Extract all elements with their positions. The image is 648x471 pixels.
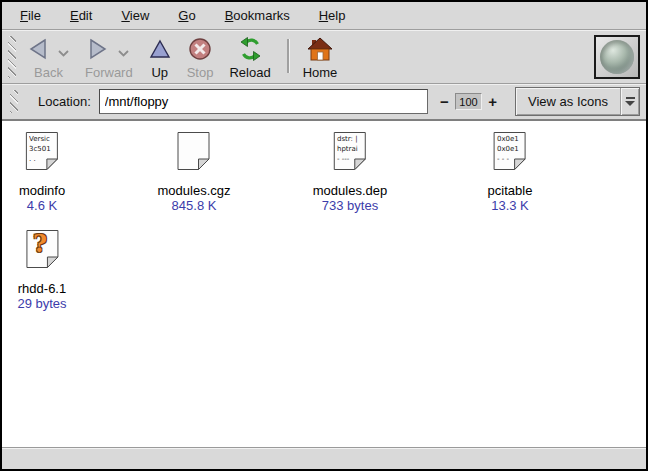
file-name: modinfo (19, 183, 65, 198)
icon-preview-line: . . (29, 154, 53, 164)
view-mode-select[interactable]: View as Icons (515, 87, 640, 116)
file-item-modinfo[interactable]: Versic 3c501 . . modinfo 4.6 K (19, 131, 65, 213)
file-view: Versic 3c501 . . modinfo 4.6 K modules.c… (2, 120, 646, 447)
file-name: modules.dep (313, 183, 387, 198)
menu-file[interactable]: File (10, 3, 51, 28)
home-button[interactable]: Home (297, 33, 344, 81)
unknown-file-question-icon: ? (25, 229, 59, 269)
back-dropdown-chevron-icon[interactable] (58, 50, 69, 57)
icon-preview-line: Versic (29, 134, 53, 144)
file-size: 13.3 K (488, 198, 533, 213)
back-button[interactable]: Back (22, 33, 75, 81)
menu-edit[interactable]: Edit (60, 3, 102, 28)
menu-bookmarks[interactable]: Bookmarks (215, 3, 300, 28)
menu-view[interactable]: View (111, 3, 159, 28)
file-item-modules-dep[interactable]: dstr: | hptrai - --- modules.dep 733 byt… (313, 131, 387, 213)
throbber-sphere-icon (600, 40, 634, 74)
home-label: Home (303, 65, 338, 80)
stop-button[interactable]: Stop (181, 33, 220, 81)
zoom-out-button[interactable]: − (436, 93, 453, 110)
file-size: 29 bytes (17, 296, 66, 311)
zoom-level-indicator: 100 (455, 93, 483, 110)
file-manager-window: File Edit View Go Bookmarks Help Back (0, 0, 648, 471)
back-label: Back (34, 65, 63, 80)
location-label: Location: (38, 94, 91, 109)
question-mark-glyph: ? (25, 229, 55, 258)
text-file-icon: dstr: | hptrai - --- (333, 131, 367, 171)
back-arrow-icon (28, 38, 48, 60)
file-size: 4.6 K (19, 198, 65, 213)
menu-help[interactable]: Help (309, 3, 356, 28)
view-mode-label: View as Icons (516, 88, 620, 115)
icon-preview-line: hptrai (337, 144, 361, 154)
file-size: 733 bytes (313, 198, 387, 213)
file-item-rhdd[interactable]: ? rhdd-6.1 29 bytes (17, 229, 66, 311)
location-bar-grip-handle[interactable] (10, 90, 18, 113)
file-item-pcitable[interactable]: 0x0e1 0x0e1 - - - pcitable 13.3 K (488, 131, 533, 213)
stop-label: Stop (187, 65, 214, 80)
file-name: modules.cgz (158, 183, 231, 198)
status-bar (2, 447, 646, 469)
home-icon (307, 37, 333, 61)
icon-preview-line: dstr: | (337, 134, 361, 144)
icon-preview-line: 3c501 (29, 144, 53, 154)
text-file-icon: Versic 3c501 . . (25, 131, 59, 171)
up-label: Up (151, 65, 168, 80)
forward-button[interactable]: Forward (79, 33, 139, 81)
zoom-in-button[interactable]: + (484, 93, 501, 110)
forward-label: Forward (85, 65, 133, 80)
reload-label: Reload (229, 65, 270, 80)
icon-preview-line: 0x0e1 (497, 134, 521, 144)
stop-icon (188, 37, 212, 61)
icon-preview-line: 0x0e1 (497, 144, 521, 154)
toolbar-separator (287, 39, 289, 73)
icon-preview-line: - --- (337, 154, 361, 164)
forward-arrow-icon (88, 38, 108, 60)
location-input[interactable] (99, 89, 428, 114)
toolbar: Back Forward Up (2, 30, 646, 84)
reload-button[interactable]: Reload (223, 33, 276, 81)
menu-go[interactable]: Go (168, 3, 205, 28)
file-item-modules-cgz[interactable]: modules.cgz 845.8 K (158, 131, 231, 213)
up-triangle-icon (149, 38, 171, 60)
up-button[interactable]: Up (143, 33, 177, 81)
icon-preview-line: - - - (497, 154, 521, 164)
throbber (594, 35, 640, 79)
chevron-down-icon[interactable] (620, 88, 639, 115)
plain-file-icon (177, 131, 211, 171)
file-name: rhdd-6.1 (17, 281, 66, 296)
file-name: pcitable (488, 183, 533, 198)
menu-bar: File Edit View Go Bookmarks Help (2, 2, 646, 30)
location-bar: Location: − 100 + View as Icons (2, 84, 646, 120)
reload-icon (238, 37, 263, 61)
toolbar-grip-handle[interactable] (8, 36, 16, 78)
text-file-icon: 0x0e1 0x0e1 - - - (493, 131, 527, 171)
forward-dropdown-chevron-icon[interactable] (118, 50, 129, 57)
file-size: 845.8 K (158, 198, 231, 213)
